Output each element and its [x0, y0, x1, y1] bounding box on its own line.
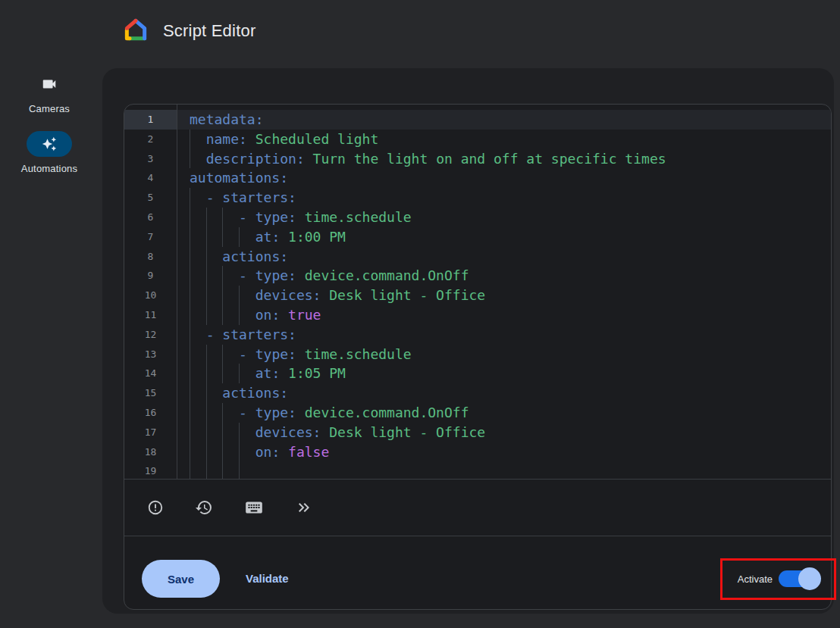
code-line[interactable]: 5 - starters: — [124, 188, 831, 208]
indent-guide — [239, 227, 240, 247]
indent-guide — [190, 403, 190, 423]
indent-guide — [239, 423, 240, 442]
indent-guide — [190, 227, 190, 247]
indent-guide — [190, 188, 190, 208]
line-number: 18 — [124, 442, 177, 462]
indent-guide — [190, 325, 190, 345]
indent-guide — [190, 364, 190, 383]
code-line[interactable]: 10 devices: Desk light - Office — [124, 286, 831, 305]
activate-control: Activate — [738, 560, 821, 598]
gutter-divider — [177, 105, 177, 479]
sidebar-item-cameras[interactable]: Cameras — [0, 71, 99, 114]
indent-guide — [222, 403, 223, 423]
line-number: 5 — [124, 188, 177, 208]
indent-guide — [206, 305, 207, 325]
indent-guide — [190, 345, 190, 364]
page-title: Script Editor — [163, 21, 255, 41]
sidebar: Cameras Automations — [0, 64, 99, 628]
indent-guide — [190, 149, 190, 169]
indent-guide — [190, 423, 190, 442]
code-lines: 1metadata:2 name: Scheduled light3 descr… — [124, 110, 831, 479]
indent-guide — [222, 461, 223, 479]
keyboard-icon[interactable] — [244, 498, 264, 517]
line-number: 2 — [124, 130, 177, 149]
toggle-thumb — [798, 567, 821, 590]
active-pill — [27, 131, 72, 157]
code-line[interactable]: 8 actions: — [124, 247, 831, 267]
indent-guide — [190, 208, 190, 227]
indent-guide — [206, 383, 207, 403]
line-number: 10 — [124, 286, 177, 305]
error-icon[interactable] — [147, 499, 164, 516]
indent-guide — [239, 442, 240, 462]
indent-guide — [206, 208, 207, 227]
indent-guide — [206, 461, 207, 479]
code-line[interactable]: 15 actions: — [124, 383, 831, 403]
indent-guide — [206, 403, 207, 423]
indent-guide — [190, 383, 190, 403]
auto-awesome-icon — [42, 136, 57, 152]
indent-guide — [190, 442, 190, 462]
indent-guide — [222, 423, 223, 442]
sidebar-item-label: Automations — [0, 163, 99, 174]
line-number: 6 — [124, 208, 177, 227]
code-line[interactable]: 9 - type: device.command.OnOff — [124, 266, 831, 286]
code-line[interactable]: 4automations: — [124, 168, 831, 188]
header: Script Editor — [0, 0, 840, 64]
code-editor[interactable]: 1metadata:2 name: Scheduled light3 descr… — [124, 105, 831, 479]
indent-guide — [190, 461, 190, 479]
line-number: 14 — [124, 364, 177, 383]
indent-guide — [206, 266, 207, 286]
indent-guide — [206, 286, 207, 305]
videocam-icon — [41, 76, 58, 92]
indent-guide — [190, 130, 190, 149]
google-home-logo-icon — [124, 17, 148, 42]
indent-guide — [190, 247, 190, 267]
line-number: 17 — [124, 423, 177, 442]
line-number: 9 — [124, 266, 177, 286]
code-line[interactable]: 7 at: 1:00 PM — [124, 227, 831, 247]
indent-guide — [239, 461, 240, 479]
code-line[interactable]: 14 at: 1:05 PM — [124, 364, 831, 383]
indent-guide — [222, 286, 223, 305]
line-number: 7 — [124, 227, 177, 247]
activate-label: Activate — [738, 573, 773, 585]
line-number: 4 — [124, 168, 177, 188]
indent-guide — [190, 305, 190, 325]
sidebar-item-automations[interactable]: Automations — [0, 131, 99, 174]
double-chevron-right-icon[interactable] — [295, 498, 313, 517]
indent-guide — [206, 423, 207, 442]
code-line[interactable]: 16 - type: device.command.OnOff — [124, 403, 831, 423]
code-line[interactable]: 11 on: true — [124, 305, 831, 325]
indent-guide — [222, 442, 223, 462]
indent-guide — [222, 364, 223, 383]
indent-guide — [206, 227, 207, 247]
line-number: 8 — [124, 247, 177, 267]
validate-button[interactable]: Validate — [246, 560, 289, 598]
code-line[interactable]: 12 - starters: — [124, 325, 831, 345]
indent-guide — [206, 442, 207, 462]
save-button[interactable]: Save — [142, 560, 220, 598]
line-number: 3 — [124, 149, 177, 169]
code-line[interactable]: 2 name: Scheduled light — [124, 130, 831, 149]
history-icon[interactable] — [195, 498, 213, 517]
indent-guide — [206, 247, 207, 267]
editor-card: 1metadata:2 name: Scheduled light3 descr… — [102, 68, 834, 614]
line-number: 1 — [124, 110, 177, 130]
code-line[interactable]: 6 - type: time.schedule — [124, 208, 831, 227]
activate-toggle[interactable] — [779, 570, 810, 587]
line-number: 12 — [124, 325, 177, 345]
code-line[interactable]: 1metadata: — [124, 110, 831, 130]
indent-guide — [222, 305, 223, 325]
indent-guide — [239, 305, 240, 325]
code-line[interactable]: 19 — [124, 461, 831, 479]
line-number: 16 — [124, 403, 177, 423]
indent-guide — [222, 266, 223, 286]
code-line[interactable]: 13 - type: time.schedule — [124, 345, 831, 364]
code-line[interactable]: 17 devices: Desk light - Office — [124, 423, 831, 442]
code-line[interactable]: 18 on: false — [124, 442, 831, 462]
indent-guide — [239, 286, 240, 305]
code-line[interactable]: 3 description: Turn the light on and off… — [124, 149, 831, 169]
action-bar: Save Validate Activate — [124, 536, 831, 609]
line-number: 19 — [124, 461, 177, 479]
